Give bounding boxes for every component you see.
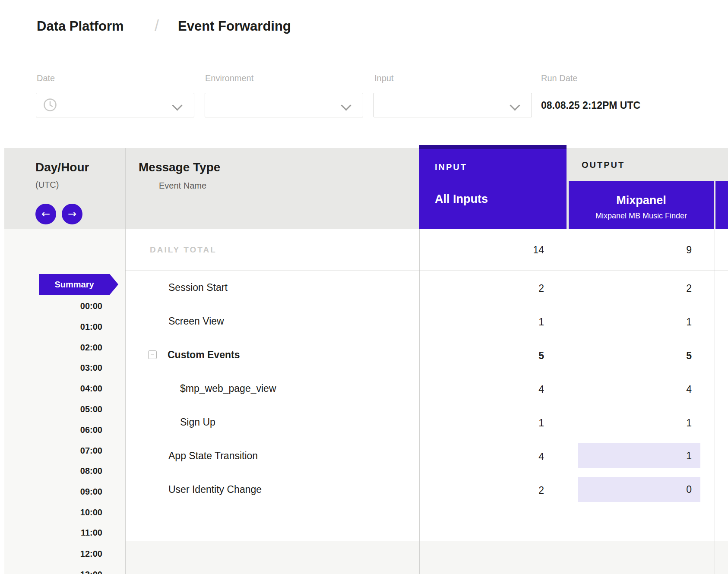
- environment-dropdown[interactable]: Development: [205, 93, 363, 117]
- chevron-down-icon: [172, 100, 182, 110]
- row-input-value: 4: [432, 383, 544, 396]
- hour-label[interactable]: 07:00: [4, 445, 102, 456]
- output-column-subtitle: Mixpanel MB Music Finder: [569, 211, 714, 221]
- event-forwarding-page: Data Platform / Event Forwarding Date En…: [0, 0, 728, 574]
- hour-label[interactable]: 13:00: [4, 569, 102, 574]
- hour-label[interactable]: 05:00: [4, 404, 102, 415]
- row-output-value: 1: [579, 315, 692, 328]
- hour-label[interactable]: 11:00: [4, 527, 102, 538]
- chevron-down-icon: [510, 100, 520, 110]
- event-name-subtitle: Event Name: [159, 180, 206, 191]
- row-input-value: 1: [432, 416, 544, 429]
- input-column-header[interactable]: INPUT All Inputs: [419, 145, 567, 229]
- collapse-button[interactable]: −: [148, 350, 157, 359]
- table-row: User Identity Change 2 0: [0, 473, 728, 506]
- row-output-value: 4: [579, 383, 692, 396]
- breadcrumb-separator: /: [155, 16, 159, 35]
- row-output-value: 1: [579, 416, 692, 429]
- hour-label[interactable]: 12:00: [4, 548, 102, 559]
- row-output-value: 5: [579, 349, 692, 362]
- row-output-value: 0: [686, 484, 692, 495]
- hour-label[interactable]: 08:00: [4, 465, 102, 476]
- chevron-down-icon: [341, 100, 351, 110]
- hour-label[interactable]: 00:00: [4, 300, 102, 312]
- table-row: App State Transition 4 1: [0, 439, 728, 473]
- highlighted-output-cell: 0: [578, 477, 700, 502]
- table-row-group: − Custom Events 5 5: [0, 338, 728, 372]
- input-dropdown[interactable]: All Inputs: [373, 93, 532, 117]
- next-output-column-header: [715, 181, 728, 229]
- output-column-header[interactable]: Mixpanel Mixpanel MB Music Finder: [569, 181, 714, 229]
- hour-labels: 00:00 01:00 02:00 03:00 04:00 05:00 06:0…: [4, 0, 102, 574]
- row-input-value: 5: [432, 349, 544, 362]
- row-label: Session Start: [168, 281, 228, 294]
- table-row-child: $mp_web_page_view 4 4: [0, 372, 728, 405]
- hour-label[interactable]: 10:00: [4, 507, 102, 518]
- row-input-value: 2: [432, 282, 544, 295]
- top-bar: Data Platform / Event Forwarding: [0, 0, 728, 61]
- hour-label[interactable]: 09:00: [4, 486, 102, 497]
- row-input-value: 1: [432, 315, 544, 328]
- table-row: Screen View 1 1: [0, 304, 728, 338]
- daily-total-input-value: 14: [432, 243, 544, 256]
- row-output-value: 2: [579, 282, 692, 295]
- empty-rows-area: [125, 541, 728, 574]
- row-input-value: 4: [432, 450, 544, 463]
- message-type-header: Message Type: [139, 160, 220, 175]
- highlighted-output-cell: 1: [578, 443, 700, 468]
- input-section-label: INPUT: [435, 162, 467, 172]
- row-label: App State Transition: [168, 449, 258, 462]
- row-label: Screen View: [168, 315, 224, 328]
- environment-filter-label: Environment: [205, 73, 253, 84]
- hour-label[interactable]: 03:00: [4, 362, 102, 373]
- row-label: User Identity Change: [168, 483, 262, 496]
- run-date-value: 08.08.25 2:12PM UTC: [541, 98, 640, 113]
- input-column-name: All Inputs: [435, 192, 488, 206]
- daily-total-output-value: 9: [579, 243, 692, 256]
- table-row-child: Sign Up 1 1: [0, 405, 728, 439]
- run-date-label: Run Date: [541, 73, 578, 84]
- row-label: $mp_web_page_view: [180, 382, 276, 395]
- summary-flag-tip: [110, 274, 118, 295]
- output-section-label: OUTPUT: [582, 160, 625, 170]
- hour-label[interactable]: 04:00: [4, 383, 102, 394]
- row-input-value: 2: [432, 484, 544, 497]
- hour-label[interactable]: 06:00: [4, 424, 102, 435]
- row-label: Custom Events: [168, 348, 240, 361]
- output-column-name: Mixpanel: [569, 193, 714, 208]
- row-output-value: 1: [686, 450, 692, 462]
- page-title: Event Forwarding: [178, 18, 291, 35]
- row-label: Sign Up: [180, 416, 215, 429]
- hour-label[interactable]: 02:00: [4, 342, 102, 353]
- daily-total-row: DAILY TOTAL 14 9: [0, 229, 728, 271]
- hour-label[interactable]: 01:00: [4, 321, 102, 332]
- input-filter-label: Input: [374, 73, 393, 84]
- daily-total-label: DAILY TOTAL: [150, 245, 217, 255]
